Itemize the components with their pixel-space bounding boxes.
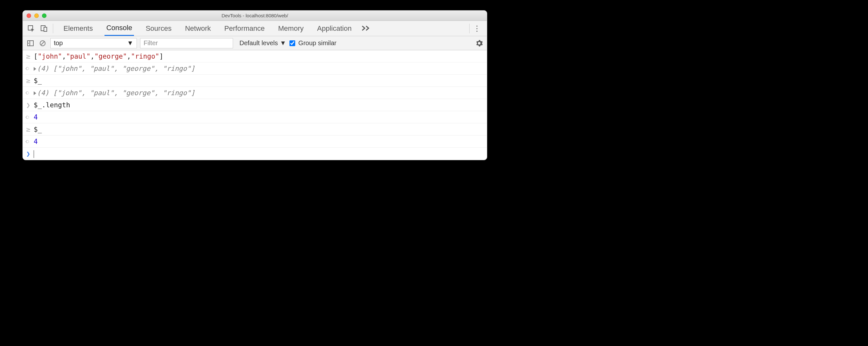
chevron-down-icon: ▼ (127, 39, 133, 47)
device-toolbar-icon[interactable] (37, 22, 50, 35)
console-output[interactable]: ["john","paul","george","ringo"](4) ["jo… (23, 50, 487, 160)
console-row: $_.length (23, 99, 487, 111)
console-line-content[interactable]: 4 (34, 138, 38, 146)
text-cursor (34, 150, 34, 158)
output-marker-icon (25, 115, 31, 120)
console-row (23, 148, 487, 160)
output-marker-icon (25, 139, 31, 144)
console-row: 4 (23, 135, 487, 148)
console-line-content[interactable]: (4) ["john", "paul", "george", "ringo"] (34, 65, 195, 72)
input-marker-icon (25, 101, 31, 109)
window-title: DevTools - localhost:8080/web/ (23, 13, 487, 18)
zoom-window-button[interactable] (42, 13, 46, 18)
minimize-window-button[interactable] (34, 13, 39, 18)
console-row: (4) ["john", "paul", "george", "ringo"] (23, 62, 487, 75)
console-settings-icon[interactable] (475, 39, 484, 48)
context-value: top (54, 39, 63, 47)
console-line-content[interactable]: $_ (34, 126, 42, 133)
svg-line-6 (41, 41, 44, 45)
tab-performance[interactable]: Performance (222, 21, 267, 36)
console-toolbar: top ▼ Default levels ▼ Group similar (23, 36, 487, 50)
tab-memory[interactable]: Memory (276, 21, 306, 36)
input-marker-icon (25, 76, 31, 85)
input-marker-icon (25, 52, 31, 60)
tab-application[interactable]: Application (315, 21, 353, 36)
execution-context-select[interactable]: top ▼ (50, 38, 137, 49)
titlebar: DevTools - localhost:8080/web/ (23, 10, 487, 21)
console-row: $_ (23, 75, 487, 87)
log-levels-select[interactable]: Default levels ▼ (240, 39, 286, 47)
console-row: (4) ["john", "paul", "george", "ringo"] (23, 87, 487, 99)
svg-rect-2 (44, 27, 47, 31)
console-row: $_ (23, 123, 487, 135)
clear-console-icon[interactable] (38, 39, 47, 48)
expand-icon[interactable] (34, 67, 36, 71)
toggle-sidebar-icon[interactable] (26, 39, 35, 48)
tab-console[interactable]: Console (104, 21, 134, 36)
separator (53, 24, 53, 33)
expand-icon[interactable] (34, 91, 36, 95)
console-line-content[interactable]: $_.length (34, 101, 70, 109)
group-similar-label: Group similar (299, 39, 337, 47)
output-marker-icon (25, 66, 31, 71)
console-line-content[interactable]: 4 (34, 114, 38, 121)
separator (469, 24, 470, 33)
levels-label: Default levels (240, 39, 278, 47)
tab-sources[interactable]: Sources (144, 21, 174, 36)
panel-tabs: ElementsConsoleSourcesNetworkPerformance… (62, 21, 353, 36)
tab-elements[interactable]: Elements (62, 21, 95, 36)
console-line-content[interactable]: (4) ["john", "paul", "george", "ringo"] (34, 89, 195, 97)
chevron-down-icon: ▼ (280, 39, 286, 47)
filter-input[interactable] (140, 38, 233, 49)
close-window-button[interactable] (27, 13, 31, 18)
output-marker-icon (25, 91, 31, 95)
more-tabs-icon[interactable] (362, 23, 370, 33)
devtools-tabbar: ElementsConsoleSourcesNetworkPerformance… (23, 21, 487, 36)
console-row: 4 (23, 111, 487, 123)
devtools-window: DevTools - localhost:8080/web/ ElementsC… (23, 10, 487, 160)
console-line-content[interactable]: ["john","paul","george","ringo"] (34, 53, 163, 60)
prompt-marker-icon (25, 150, 31, 158)
tab-network[interactable]: Network (183, 21, 213, 36)
devtools-menu-icon[interactable]: ⋮ (472, 24, 482, 33)
console-row: ["john","paul","george","ringo"] (23, 50, 487, 62)
inspect-element-icon[interactable] (25, 22, 37, 35)
group-similar-checkbox[interactable] (289, 40, 295, 46)
console-line-content[interactable]: $_ (34, 77, 42, 85)
console-line-content[interactable] (34, 150, 34, 158)
input-marker-icon (25, 125, 31, 133)
window-controls (27, 13, 46, 18)
